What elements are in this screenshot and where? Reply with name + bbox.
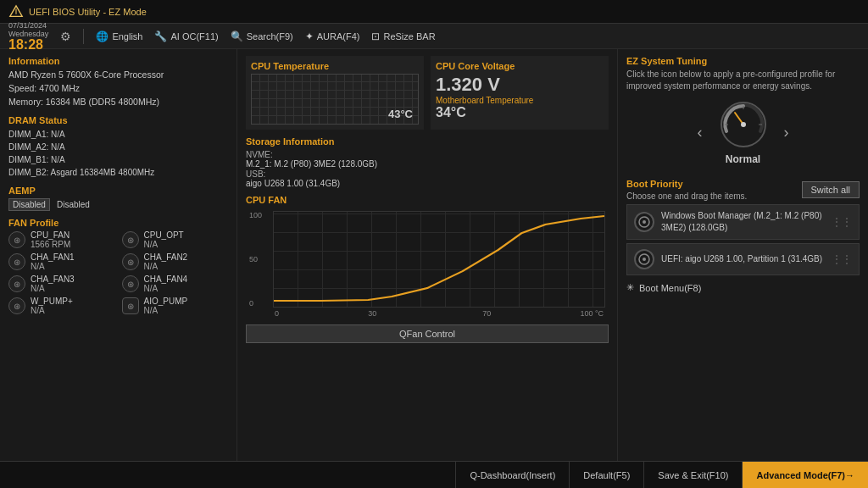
storage-info: NVME: M.2_1: M.2 (P80) 3ME2 (128.0GB) US…: [246, 149, 609, 188]
usb-label: USB:: [246, 169, 609, 179]
mb-temp-title: Motherboard Temperature: [436, 96, 604, 105]
fan-w-pump: ⊛ W_PUMP+ N/A: [8, 297, 115, 315]
cpu-info: AMD Ryzen 5 7600X 6-Core Processor Speed…: [8, 69, 228, 108]
dram-section: DRAM Status DIMM_A1: N/A DIMM_A2: N/A DI…: [8, 115, 228, 179]
globe-icon: 🌐: [96, 30, 108, 42]
nvme-label: NVME:: [246, 149, 609, 159]
main-content: Information AMD Ryzen 5 7600X 6-Core Pro…: [0, 49, 868, 461]
chart-container: 100 50 0 0 30 70 100 °C: [246, 208, 609, 321]
cpu-temp-title: CPU Temperature: [251, 61, 419, 71]
search-icon: 🔍: [231, 30, 243, 42]
search-label: Search(F9): [247, 31, 293, 42]
ez-tuning-title: EZ System Tuning: [626, 56, 860, 66]
cpu-temp-value: 43°C: [388, 108, 413, 120]
aioc-label: AI OC(F11): [170, 31, 218, 42]
cpu-opt-icon: ⊛: [122, 231, 139, 248]
q-dashboard-button[interactable]: Q-Dashboard(Insert): [455, 462, 569, 489]
asus-logo-icon: [8, 4, 24, 19]
settings-gear-icon[interactable]: ⚙: [60, 30, 71, 43]
dram-dimm-a1: DIMM_A1: N/A: [8, 128, 228, 141]
chart-y-labels: 100 50 0: [249, 211, 262, 308]
fan-aio-pump: ⊛ AIO_PUMP N/A: [122, 297, 229, 315]
cpu-fan-title: CPU FAN: [246, 195, 609, 205]
boot-item-0-handle: ⋮⋮: [832, 216, 852, 228]
default-button[interactable]: Default(F5): [569, 462, 643, 489]
svg-point-4: [741, 122, 746, 127]
aura-icon: ✦: [305, 30, 314, 42]
resizebar-button[interactable]: ⊡ ReSize BAR: [371, 30, 435, 42]
boot-item-1[interactable]: UEFI: aigo U268 1.00, Partition 1 (31.4G…: [626, 243, 860, 275]
boot-priority-desc: Choose one and drag the items.: [626, 191, 747, 201]
boot-item-1-label: UEFI: aigo U268 1.00, Partition 1 (31.4G…: [661, 253, 825, 265]
svg-point-9: [643, 220, 646, 224]
fan-grid: ⊛ CPU_FAN 1566 RPM ⊛ CPU_OPT N/A ⊛: [8, 230, 228, 315]
information-title: Information: [8, 56, 228, 66]
logo: UEFI BIOS Utility - EZ Mode: [8, 4, 147, 19]
switch-all-button[interactable]: Switch all: [802, 181, 860, 198]
resizebar-label: ReSize BAR: [383, 31, 435, 42]
boot-menu-icon: ✳: [626, 282, 634, 293]
cpu-fan-chart: [273, 211, 605, 308]
boot-menu-label: Boot Menu(F8): [639, 283, 701, 293]
advanced-mode-button[interactable]: Advanced Mode(F7)→: [742, 462, 868, 489]
boot-menu-button[interactable]: ✳ Boot Menu(F8): [626, 279, 701, 297]
date-display: 07/31/2024Wednesday: [8, 21, 48, 38]
aura-label: AURA(F4): [317, 31, 360, 42]
boot-item-1-handle: ⋮⋮: [832, 253, 852, 265]
aemp-status: Disabled: [57, 200, 90, 209]
cpu-name: AMD Ryzen 5 7600X 6-Core Processor: [8, 69, 228, 82]
aemp-select[interactable]: Disabled Profile 1 Profile 2: [8, 198, 50, 211]
cha-fan3-icon: ⊛: [8, 275, 25, 292]
language-label: English: [112, 31, 142, 42]
information-section: Information AMD Ryzen 5 7600X 6-Core Pro…: [8, 56, 228, 108]
dram-dimm-a2: DIMM_A2: N/A: [8, 141, 228, 153]
fan-profile-section: FAN Profile ⊛ CPU_FAN 1566 RPM ⊛ CPU_OPT…: [8, 218, 228, 315]
cpu-fan-icon: ⊛: [8, 231, 25, 248]
fan-cpu-fan: ⊛ CPU_FAN 1566 RPM: [8, 230, 115, 249]
language-selector[interactable]: 🌐 English: [96, 30, 142, 42]
mb-temp-value: 34°C: [436, 105, 604, 120]
aemp-section: AEMP Disabled Profile 1 Profile 2 Disabl…: [8, 186, 228, 211]
usb-value: aigo U268 1.00 (31.4GB): [246, 179, 609, 188]
middle-panel: CPU Temperature 43°C CPU Core Voltage 1.…: [237, 49, 618, 461]
nvme-value: M.2_1: M.2 (P80) 3ME2 (128.0GB): [246, 159, 609, 169]
storage-section: Storage Information NVME: M.2_1: M.2 (P8…: [246, 136, 609, 188]
right-panel: EZ System Tuning Click the icon below to…: [618, 49, 868, 461]
search-button[interactable]: 🔍 Search(F9): [231, 30, 293, 42]
ez-tuning-desc: Click the icon below to apply a pre-conf…: [626, 69, 860, 92]
boot-item-0-label: Windows Boot Manager (M.2_1: M.2 (P80)3M…: [661, 210, 825, 234]
fan-cha-fan2: ⊛ CHA_FAN2 N/A: [122, 252, 229, 271]
fan-curve-svg: [274, 212, 604, 305]
cha-fan2-icon: ⊛: [122, 253, 139, 270]
profile-gauge-icon: [718, 99, 769, 150]
profile-selector: ‹ Normal: [626, 92, 860, 172]
bottom-bar: Q-Dashboard(Insert) Default(F5) Save & E…: [0, 461, 868, 488]
cha-fan1-icon: ⊛: [8, 253, 25, 270]
fan-cha-fan3: ⊛ CHA_FAN3 N/A: [8, 274, 115, 293]
aemp-row: Disabled Profile 1 Profile 2 Disabled: [8, 198, 228, 211]
fan-cha-fan4: ⊛ CHA_FAN4 N/A: [122, 274, 229, 293]
fan-cha-fan1: ⊛ CHA_FAN1 N/A: [8, 252, 115, 271]
boot-disk-icon-1: [634, 249, 654, 269]
datetime-block: 07/31/2024Wednesday 18:28: [8, 21, 48, 52]
cpu-voltage-value: 1.320 V: [436, 74, 604, 96]
fan-profile-title: FAN Profile: [8, 218, 228, 228]
qfan-control-button[interactable]: QFan Control: [246, 324, 609, 343]
storage-title: Storage Information: [246, 136, 609, 147]
cpu-voltage-card: CPU Core Voltage 1.320 V Motherboard Tem…: [431, 56, 609, 130]
boot-priority-title: Boot Priority: [626, 179, 747, 189]
boot-item-0[interactable]: Windows Boot Manager (M.2_1: M.2 (P80)3M…: [626, 204, 860, 240]
dram-dimm-b2: DIMM_B2: Asgard 16384MB 4800MHz: [8, 166, 228, 179]
aura-button[interactable]: ✦ AURA(F4): [305, 30, 360, 42]
dram-title: DRAM Status: [8, 115, 228, 125]
profile-next-button[interactable]: ›: [777, 120, 796, 145]
ez-tuning-section: EZ System Tuning Click the icon below to…: [626, 56, 860, 172]
cpu-fan-section: CPU FAN 100 50 0 0: [246, 195, 609, 454]
aioc-icon: 🔧: [154, 30, 167, 42]
save-exit-button[interactable]: Save & Exit(F10): [643, 462, 742, 489]
profile-prev-button[interactable]: ‹: [691, 120, 709, 145]
second-bar: 07/31/2024Wednesday 18:28 ⚙ 🌐 English 🔧 …: [0, 24, 868, 49]
aioc-button[interactable]: 🔧 AI OC(F11): [154, 30, 218, 42]
fan-cpu-opt: ⊛ CPU_OPT N/A: [122, 230, 229, 249]
cpu-voltage-title: CPU Core Voltage: [436, 61, 604, 71]
